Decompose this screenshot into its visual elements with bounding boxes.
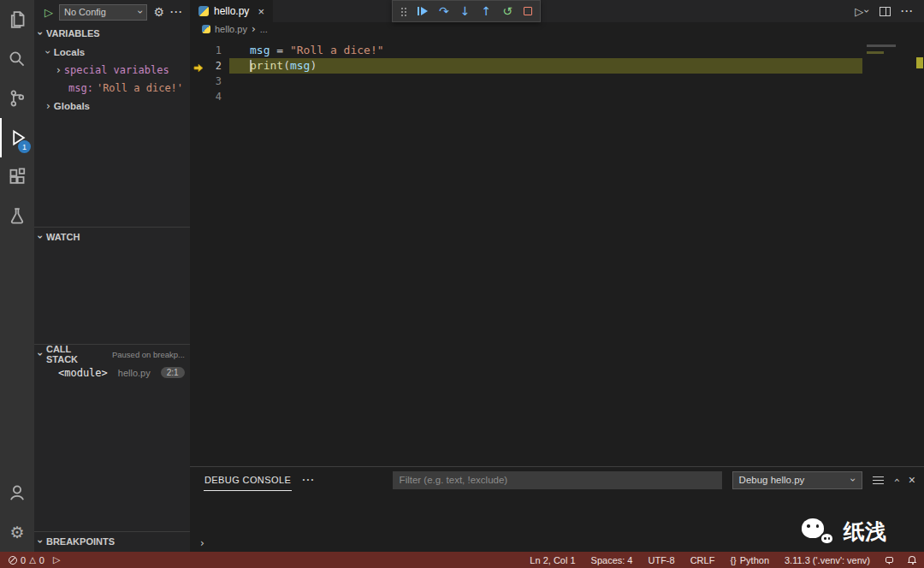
tab-hello-py[interactable]: hello.py × [190,0,273,22]
frame-file: hello.py [118,368,151,378]
debug-session-dropdown[interactable]: Debug hello.py › [732,471,862,489]
python-file-icon [202,25,210,33]
variables-header[interactable]: › VARIABLES [34,24,190,43]
tab-label: hello.py [214,5,249,17]
continue-icon[interactable] [418,7,428,15]
maximize-panel-icon[interactable]: › [891,477,902,482]
console-options-icon[interactable] [873,476,884,484]
python-interpreter[interactable]: 3.11.3 ('.venv': venv) [785,555,870,565]
encoding[interactable]: UTF-8 [648,555,674,565]
python-file-icon [198,6,209,16]
editor-actions: ▷ › ··· [855,5,924,18]
restart-icon[interactable]: ↺ [502,5,512,17]
wechat-logo-icon [802,518,836,546]
token-argument: msg [290,58,310,74]
variable-name: msg: [68,82,93,94]
run-debug-icon[interactable]: 1 [0,118,34,157]
breakpoints-title: BREAKPOINTS [46,536,115,547]
close-tab-icon[interactable]: × [258,5,264,18]
braces-icon: {} [730,555,736,565]
debug-badge: 1 [18,140,31,153]
code-editor[interactable]: 1 msg = "Roll a dice!" 2 print(msg) [190,36,924,466]
token-string: "Roll a dice!" [290,43,384,58]
token-function: print [250,58,283,74]
panel-more-actions-icon[interactable]: ··· [302,474,315,486]
search-icon[interactable] [0,39,34,79]
watermark: 纸浅 [802,518,886,546]
breadcrumb[interactable]: hello.py › ... [190,22,924,36]
chevron-down-icon: › [135,10,145,15]
close-panel-icon[interactable]: × [909,473,915,487]
variables-title: VARIABLES [46,28,100,38]
split-editor-icon[interactable] [880,7,891,16]
eol-sequence[interactable]: CRLF [690,555,715,565]
settings-gear-icon[interactable]: ⚙ [0,512,34,552]
debug-session-label: Debug hello.py [739,475,805,485]
tab-debug-console[interactable]: DEBUG CONSOLE [204,469,292,491]
gutter-line-2[interactable]: 2 [190,58,229,74]
indentation[interactable]: Spaces: 4 [591,555,633,565]
testing-icon[interactable] [0,197,34,236]
chevron-right-icon: › [46,101,50,111]
locals-row[interactable]: › Locals [34,43,190,61]
code-line-4: 4 [190,89,862,104]
variable-msg-row[interactable]: msg: 'Roll a dice!' [34,79,190,97]
watch-header[interactable]: › WATCH [34,228,190,246]
cursor-position[interactable]: Ln 2, Col 1 [530,555,575,565]
step-into-icon[interactable]: ↓ [460,5,471,17]
variables-pane: › VARIABLES › Locals › special variables… [34,24,190,227]
console-filter-input[interactable] [393,471,722,489]
special-variables-row[interactable]: › special variables [34,61,190,79]
source-control-icon[interactable] [0,79,34,118]
activity-bar: 1 ⚙ [0,0,34,552]
step-out-icon[interactable]: ↑ [481,5,491,17]
call-stack-title: CALL STACK [46,344,102,364]
gutter-line-3[interactable]: 3 [190,74,229,89]
watch-pane: › WATCH [34,227,190,344]
step-over-icon[interactable]: ↷ [439,5,449,17]
notifications-bell-icon[interactable] [909,558,915,562]
console-prompt-icon: › [200,538,204,548]
chevron-down-icon: › [35,32,45,36]
warnings-count: 0 [39,555,44,565]
minimap[interactable] [862,36,915,466]
overview-current-line-mark [916,57,923,68]
breadcrumb-more: ... [260,24,268,34]
run-python-file-button[interactable]: ▷ › [855,5,869,18]
warnings-icon: △ [29,556,36,565]
feedback-icon[interactable] [886,557,893,563]
token-variable: msg [250,43,270,58]
stop-icon[interactable] [524,7,532,15]
debug-toolbar: ↷ ↓ ↑ ↺ [392,0,541,22]
chevron-down-icon: › [35,540,45,544]
gutter-line-4[interactable]: 4 [190,89,229,104]
stack-frame-row[interactable]: <module> hello.py 2:1 [34,364,190,382]
accounts-icon[interactable] [0,473,34,512]
editor-group: hello.py × ▷ › ··· ↷ ↓ ↑ [190,0,924,552]
debug-status-icon[interactable]: ▷ [53,554,60,565]
drag-handle-icon[interactable] [400,7,406,16]
token-operator: = [270,43,289,58]
code-line-3: 3 [190,74,862,89]
frame-name: <module> [58,367,108,379]
problems-status[interactable]: 0 △ 0 [9,555,44,565]
breakpoints-pane: › BREAKPOINTS [34,531,190,552]
token-paren: ( [283,58,290,74]
chevron-down-icon: › [35,352,45,357]
language-mode[interactable]: {} Python [730,555,769,565]
call-stack-header[interactable]: › CALL STACK Paused on breakp... [34,345,190,364]
console-filter [393,471,722,489]
extensions-icon[interactable] [0,157,34,197]
gutter-line-1[interactable]: 1 [190,43,229,58]
breakpoints-header[interactable]: › BREAKPOINTS [34,532,190,551]
explorer-icon[interactable] [0,0,34,39]
start-debugging-icon[interactable]: ▷ [44,7,53,18]
variable-value: 'Roll a dice!' [97,82,183,94]
debug-sidebar: ▷ No Config › ⚙ ··· › VARIABLES › Locals [34,0,190,552]
more-actions-icon[interactable]: ··· [170,6,183,18]
globals-row[interactable]: › Globals [34,97,190,115]
more-editor-actions-icon[interactable]: ··· [901,5,914,17]
debug-gear-icon[interactable]: ⚙ [153,5,164,19]
debug-config-dropdown[interactable]: No Config › [59,4,147,21]
special-variables-label: special variables [64,64,169,76]
